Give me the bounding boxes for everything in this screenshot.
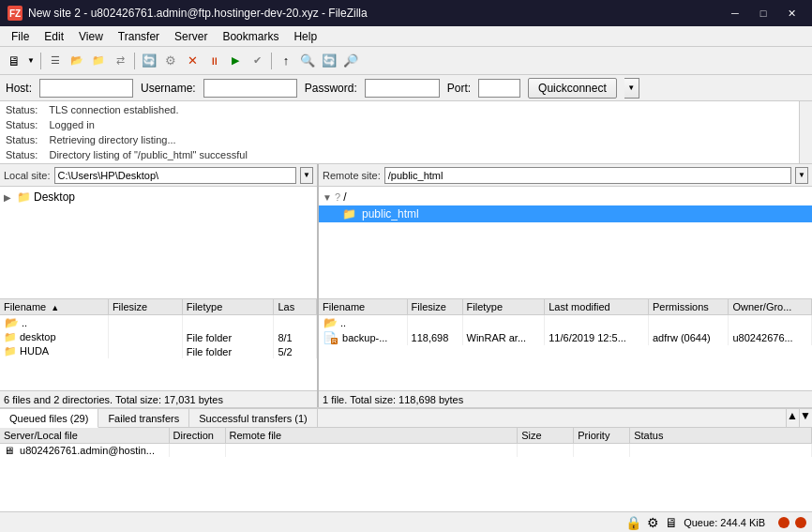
menu-file[interactable]: File [4,28,37,45]
file-type [462,315,545,331]
transfer-col-direction[interactable]: Direction [169,428,225,444]
status-line-3: Status: Retrieving directory listing... [6,132,806,147]
tree-item-label: public_html [359,207,422,220]
transfer-status [630,444,812,458]
username-label: Username: [141,82,196,95]
transfer-col-priority[interactable]: Priority [574,428,630,444]
table-row[interactable]: 📁desktop File folder 8/1 [0,330,317,344]
menu-view[interactable]: View [71,28,111,45]
toolbar-resume[interactable]: ▶ [225,51,246,71]
transfer-remote-file [225,444,518,458]
toolbar: 🖥 ▼ ☰ 📂 📁 ⇄ 🔄 ⚙ ✕ ⏸ ▶ ✔ ↑ 🔍 🔄 🔎 [0,47,812,75]
remote-panel: Remote site: ▼ ▼ ? / 📁 public_html [319,164,812,407]
toolbar-navigate-up[interactable]: ↑ [276,51,296,71]
window-title: New site 2 - u802426761.admin@ftp.hostin… [28,7,368,20]
toolbar-process-queue[interactable]: ✔ [247,51,267,71]
parent-dir-icon: 📂 [323,316,338,329]
menu-edit[interactable]: Edit [37,28,71,45]
table-row[interactable]: 📂.. [319,315,812,331]
remote-col-filesize[interactable]: Filesize [407,299,462,315]
tree-item-label: Desktop [34,190,75,204]
password-input[interactable] [365,79,440,98]
toolbar-toggle-transfer[interactable]: ⇄ [110,51,130,71]
tab-successful-transfers[interactable]: Successful transfers (1) [189,409,318,427]
remote-tree-public-html[interactable]: 📁 public_html [319,205,812,222]
toolbar-directory-compare[interactable]: 🔎 [340,51,361,71]
host-input[interactable] [39,79,133,98]
file-modified [274,315,317,331]
transfer-scrollbar-up[interactable]: ▲ [786,409,799,427]
local-col-filetype[interactable]: Filetype [182,299,274,315]
local-status-text: 6 files and 2 directories. Total size: 1… [4,394,223,405]
menu-server[interactable]: Server [167,28,215,45]
local-panel-row: ▶ 📁 Desktop Filename ▲ Filesize Filetype [0,187,317,407]
toolbar-cancel[interactable]: ✕ [182,51,203,71]
transfer-col-remote-file[interactable]: Remote file [225,428,518,444]
remote-path-input[interactable] [384,167,791,184]
file-modified: 11/6/2019 12:5... [545,330,649,345]
toolbar-sep-3 [271,53,272,69]
table-row[interactable]: 📁HUDA File folder 5/2 [0,344,317,358]
table-row[interactable]: 📄 R backup-... 118,698 WinRAR ar... 11/6… [319,330,812,345]
expand-icon: ▶ [4,192,15,203]
remote-path-dropdown[interactable]: ▼ [795,167,808,184]
toolbar-toggle-remotetree[interactable]: 📁 [88,51,109,71]
status-line-1: Status: TLS connection established. [6,102,806,117]
remote-col-modified[interactable]: Last modified [545,299,649,315]
transfer-size [518,444,574,458]
port-input[interactable] [478,79,520,98]
file-size [108,344,182,358]
server-icon: 🖥 [665,515,678,530]
toolbar-dropdown1[interactable]: ▼ [25,51,37,71]
toolbar-toggle-log[interactable]: ☰ [45,51,66,71]
status-dot-1 [778,517,789,528]
toolbar-disconnect[interactable]: ⚙ [160,51,181,71]
local-file-list[interactable]: Filename ▲ Filesize Filetype Las 📂.. [0,299,317,390]
remote-tree: ▼ ? / 📁 public_html [319,187,812,299]
transfer-col-status[interactable]: Status [630,428,812,444]
menu-help[interactable]: Help [286,28,324,45]
tab-failed-transfers[interactable]: Failed transfers [98,409,189,427]
quickconnect-button[interactable]: Quickconnect [528,78,617,99]
maximize-button[interactable]: □ [750,4,776,23]
toolbar-refresh[interactable]: 🔄 [319,51,339,71]
remote-col-filename[interactable]: Filename [319,299,407,315]
file-owner: u80242676... [729,330,812,345]
username-input[interactable] [203,79,297,98]
transfer-scrollbar-down[interactable]: ▼ [799,409,812,427]
quickconnect-dropdown[interactable]: ▼ [624,78,639,99]
local-col-filename[interactable]: Filename ▲ [0,299,108,315]
toolbar-toggle-localtree[interactable]: 📂 [67,51,87,71]
remote-file-list[interactable]: Filename Filesize Filetype Last modified… [319,299,812,390]
transfer-col-size[interactable]: Size [518,428,574,444]
local-tree-desktop[interactable]: ▶ 📁 Desktop [0,189,317,205]
local-path-dropdown[interactable]: ▼ [300,167,313,184]
file-permissions [648,315,729,331]
local-col-filesize[interactable]: Filesize [108,299,182,315]
local-tree: ▶ 📁 Desktop [0,187,317,299]
lock-icon: 🔒 [625,515,641,530]
minimize-button[interactable]: ─ [722,4,748,23]
menu-bookmarks[interactable]: Bookmarks [215,28,286,45]
remote-col-filetype[interactable]: Filetype [462,299,545,315]
tab-queued-files[interactable]: Queued files (29) [0,409,98,428]
table-row[interactable]: 🖥 u802426761.admin@hostin... [0,444,812,458]
toolbar-site-manager[interactable]: 🖥 [4,51,24,71]
local-path-input[interactable] [54,167,296,184]
table-row[interactable]: 📂.. [0,315,317,331]
toolbar-sep-1 [40,53,41,69]
transfer-col-server-file[interactable]: Server/Local file [0,428,169,444]
local-col-modified[interactable]: Las [274,299,317,315]
menu-transfer[interactable]: Transfer [111,28,167,45]
status-line-4: Status: Directory listing of "/public_ht… [6,147,806,162]
toolbar-search[interactable]: 🔍 [297,51,318,71]
remote-tree-root[interactable]: ▼ ? / [319,189,812,205]
toolbar-pause[interactable]: ⏸ [203,51,224,71]
remote-col-owner[interactable]: Owner/Gro... [729,299,812,315]
toolbar-reconnect[interactable]: 🔄 [139,51,159,71]
close-button[interactable]: ✕ [778,4,804,23]
server-icon: 🖥 [4,445,14,456]
remote-col-permissions[interactable]: Permissions [648,299,729,315]
local-status-bar: 6 files and 2 directories. Total size: 1… [0,390,317,407]
transfer-table: Server/Local file Direction Remote file … [0,428,812,457]
